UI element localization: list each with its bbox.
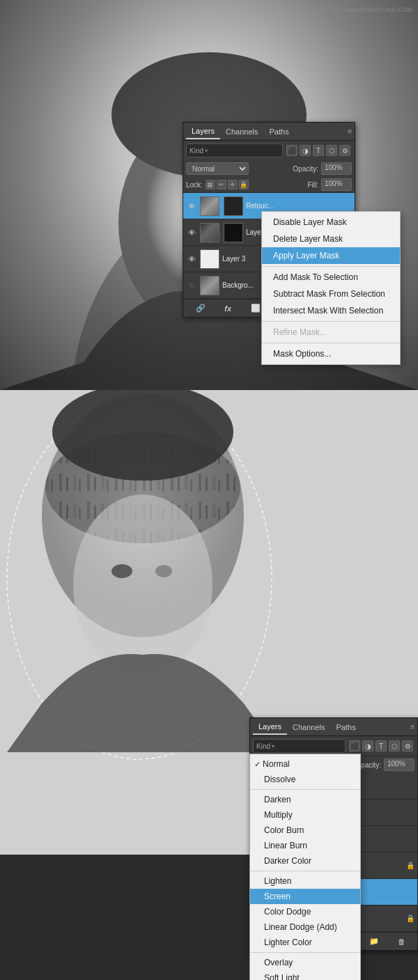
ctx-disable-mask[interactable]: Disable Layer Mask: [262, 214, 400, 231]
ctx-sep-1: [262, 266, 400, 267]
search-row-bottom: Kind ▾ ⬛ ◑ T ⬡ ⚙: [250, 736, 417, 756]
panel-tabs-top: Layers Channels Paths ≡: [183, 123, 355, 141]
opacity-label-top: Opacity:: [293, 165, 318, 173]
blend-color-burn[interactable]: Color Burn: [250, 823, 360, 838]
filter-icons-bottom: ⬛ ◑ T ⬡ ⚙: [348, 740, 415, 752]
tab-layers-bottom[interactable]: Layers: [253, 720, 287, 735]
ctx-sep-3: [262, 343, 400, 343]
lock-checkerboard[interactable]: ▦: [206, 180, 215, 189]
filter-adjust-icon-b[interactable]: ◑: [362, 740, 373, 752]
bottom-lock-5: 🔒: [406, 915, 415, 922]
blend-screen[interactable]: Screen: [250, 889, 360, 904]
eye-icon-3[interactable]: 👁: [186, 280, 197, 291]
search-kind-label: Kind: [189, 147, 203, 155]
panel-menu-icon-bottom[interactable]: ≡: [410, 723, 415, 731]
layer-name-0: Retouc...: [246, 202, 352, 210]
blend-lighter-color[interactable]: Lighter Color: [250, 935, 360, 950]
blend-sep-2: [250, 871, 360, 871]
mask-icon[interactable]: ⬜: [251, 304, 261, 313]
tab-channels-bottom[interactable]: Channels: [287, 720, 330, 734]
blend-mode-dropdown: Normal Dissolve Darken Multiply Color Bu…: [249, 754, 361, 980]
layer-thumb-1: [200, 223, 219, 242]
blend-lighten[interactable]: Lighten: [250, 873, 360, 889]
search-dropdown-arrow-bottom: ▾: [272, 743, 274, 749]
lock-brush[interactable]: ✏: [217, 180, 226, 189]
ctx-mask-options[interactable]: Mask Options...: [262, 345, 400, 362]
bottom-lock-3: 🔒: [406, 862, 415, 869]
lock-label-top: Lock:: [186, 181, 203, 189]
blend-linear-dodge[interactable]: Linear Dodge (Add): [250, 919, 360, 935]
layer-mask-1: [224, 223, 243, 242]
tab-paths-top[interactable]: Paths: [264, 125, 295, 139]
ctx-refine-mask: Refine Mask...: [262, 324, 400, 341]
opacity-value-top[interactable]: 100%: [321, 162, 352, 175]
context-menu-top: Disable Layer Mask Delete Layer Mask App…: [261, 211, 401, 365]
layer-thumb-2: [200, 249, 219, 269]
fx-icon[interactable]: fx: [224, 304, 231, 313]
top-section: 思缘设计论坛 www.MISSSYUAN.COM Layers Channels…: [0, 0, 418, 390]
blend-mode-select-top[interactable]: Normal: [186, 162, 249, 175]
tab-channels-top[interactable]: Channels: [220, 125, 263, 139]
fill-label-top: Fill:: [307, 181, 318, 189]
filter-shape-icon-b[interactable]: ⬡: [389, 740, 400, 752]
link-icon[interactable]: 🔗: [196, 304, 206, 313]
lock-icons-top: ▦ ✏ ✛ 🔒: [206, 180, 249, 189]
blend-normal[interactable]: Normal: [250, 756, 360, 772]
ctx-subtract-mask-sel[interactable]: Subtract Mask From Selection: [262, 286, 400, 302]
blend-linear-burn[interactable]: Linear Burn: [250, 838, 360, 853]
lock-row-top: Lock: ▦ ✏ ✛ 🔒 Fill: 100%: [183, 177, 355, 193]
blend-color-dodge[interactable]: Color Dodge: [250, 904, 360, 919]
blend-darken[interactable]: Darken: [250, 792, 360, 807]
blend-soft-light[interactable]: Soft Light: [250, 970, 360, 980]
layer-mask-0: [224, 196, 243, 216]
tab-layers-top[interactable]: Layers: [186, 124, 220, 139]
blend-opacity-row-top: Normal Opacity: 100%: [183, 160, 355, 177]
blend-multiply[interactable]: Multiply: [250, 807, 360, 823]
filter-type-icon[interactable]: T: [313, 145, 324, 156]
search-dropdown-arrow: ▾: [205, 148, 208, 154]
layer-thumb-0: [200, 196, 219, 216]
filter-pixel-icon[interactable]: ⬛: [286, 145, 297, 156]
panel-menu-icon-top[interactable]: ≡: [348, 127, 352, 135]
lock-all[interactable]: 🔒: [239, 180, 249, 189]
trash-icon-b[interactable]: 🗑: [398, 938, 405, 946]
filter-pixel-icon-b[interactable]: ⬛: [349, 740, 360, 752]
search-row-top: Kind ▾ ⬛ ◑ T ⬡ ⚙: [183, 141, 355, 160]
blend-sep-3: [250, 952, 360, 953]
tab-paths-bottom[interactable]: Paths: [331, 720, 362, 734]
ctx-apply-mask[interactable]: Apply Layer Mask: [262, 247, 400, 264]
filter-adjust-icon[interactable]: ◑: [300, 145, 311, 156]
opacity-value-bottom[interactable]: 100%: [384, 759, 415, 771]
panel-tabs-bottom: Layers Channels Paths ≡: [250, 718, 417, 736]
fill-value-top[interactable]: 100%: [321, 178, 352, 191]
search-box-bottom[interactable]: Kind ▾: [253, 739, 346, 753]
blend-overlay[interactable]: Overlay: [250, 955, 360, 970]
filter-icons-top: ⬛ ◑ T ⬡ ⚙: [285, 145, 352, 156]
filter-smart-icon-b[interactable]: ⚙: [402, 740, 413, 752]
blend-dissolve[interactable]: Dissolve: [250, 772, 360, 787]
ctx-intersect-mask-sel[interactable]: Intersect Mask With Selection: [262, 302, 400, 319]
bottom-section: Layers Channels Paths ≡ Kind ▾ ⬛ ◑ T ⬡ ⚙…: [0, 390, 418, 980]
filter-type-icon-b[interactable]: T: [376, 740, 387, 752]
blend-darker-color[interactable]: Darker Color: [250, 853, 360, 869]
eye-icon-0[interactable]: 👁: [186, 201, 197, 212]
blend-sep-1: [250, 789, 360, 790]
filter-shape-icon[interactable]: ⬡: [326, 145, 337, 156]
watermark: 思缘设计论坛 www.MISSSYUAN.COM: [304, 6, 412, 15]
folder-icon-b[interactable]: 📁: [369, 937, 379, 946]
filter-smart-icon[interactable]: ⚙: [339, 145, 350, 156]
ctx-add-mask-sel[interactable]: Add Mask To Selection: [262, 269, 400, 286]
ctx-delete-mask[interactable]: Delete Layer Mask: [262, 231, 400, 247]
layer-thumb-3: [200, 276, 219, 295]
eye-icon-2[interactable]: 👁: [186, 254, 197, 265]
search-kind-label-bottom: Kind: [256, 742, 270, 750]
ctx-sep-2: [262, 321, 400, 322]
eye-icon-1[interactable]: 👁: [186, 227, 197, 238]
search-box-top[interactable]: Kind ▾: [186, 143, 283, 157]
lock-move[interactable]: ✛: [228, 180, 238, 189]
